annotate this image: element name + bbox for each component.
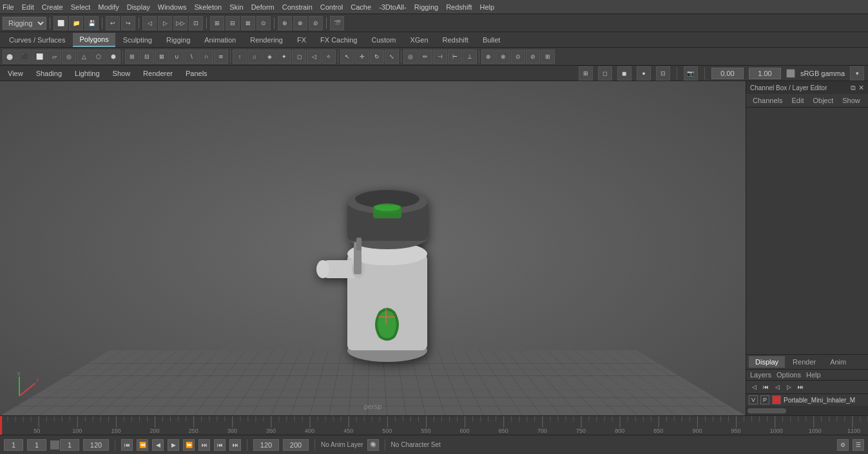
vp-renderer-btn[interactable]: Renderer xyxy=(139,68,177,79)
snap-icon-2[interactable]: ⊗ xyxy=(293,16,307,30)
wedge-icon[interactable]: ◁ xyxy=(307,50,321,64)
sym-icon[interactable]: ⊥ xyxy=(463,50,477,64)
end-frame-input[interactable] xyxy=(83,439,109,451)
vp-cam-icon[interactable]: 📷 xyxy=(684,66,698,80)
layers-nav-options[interactable]: Options xyxy=(776,371,801,379)
tab-object[interactable]: Object xyxy=(809,95,837,106)
tab-sculpting[interactable]: Sculpting xyxy=(117,33,159,47)
tab-polygons[interactable]: Polygons xyxy=(73,33,115,47)
playback-loop-btn[interactable]: ⏮ xyxy=(214,439,226,451)
bridge-icon[interactable]: ⌂ xyxy=(247,50,262,64)
mirror-icon[interactable]: ⊣ xyxy=(433,50,447,64)
current-frame-input1[interactable] xyxy=(27,439,46,451)
tb-icon-4[interactable]: ◁ xyxy=(142,16,157,30)
menu-skeleton[interactable]: Skeleton xyxy=(194,3,222,11)
tab-anim[interactable]: Anim xyxy=(824,356,853,368)
poly-torus-icon[interactable]: ◎ xyxy=(62,50,76,64)
smooth-icon[interactable]: ≋ xyxy=(214,50,228,64)
tab-fx-caching[interactable]: FX Caching xyxy=(314,33,363,47)
tb-icon-5[interactable]: ▷ xyxy=(158,16,172,30)
tb-icon-7[interactable]: ⊡ xyxy=(189,16,203,30)
move-icon[interactable]: ✛ xyxy=(355,50,369,64)
combine-icon[interactable]: ⊞ xyxy=(125,50,139,64)
select-icon[interactable]: ↖ xyxy=(340,50,354,64)
start-frame-input[interactable] xyxy=(4,439,23,451)
fill-hole-icon[interactable]: ◻ xyxy=(292,50,306,64)
tab-curves-surfaces[interactable]: Curves / Surfaces xyxy=(3,33,72,47)
playback-play-btn[interactable]: ▶ xyxy=(168,439,179,451)
vp-color-icon[interactable] xyxy=(786,69,795,78)
tb-icon-1[interactable]: ⬜ xyxy=(53,16,68,30)
prefs-icon[interactable]: ☰ xyxy=(853,439,864,451)
poly-plane-icon[interactable]: ▱ xyxy=(47,50,61,64)
menu-cache[interactable]: Cache xyxy=(351,3,371,11)
mode-dropdown[interactable]: Rigging xyxy=(3,17,46,30)
separate-icon[interactable]: ⊟ xyxy=(140,50,154,64)
layer-fwd-icon[interactable]: ▷ xyxy=(784,382,794,392)
snap2-icon[interactable]: ⊗ xyxy=(496,50,510,64)
snap1-icon[interactable]: ⊕ xyxy=(481,50,496,64)
bool-union-icon[interactable]: ∪ xyxy=(169,50,184,64)
panel-float-icon[interactable]: ⧉ xyxy=(851,84,856,92)
layer-color-swatch[interactable] xyxy=(772,395,781,404)
tab-rigging[interactable]: Rigging xyxy=(160,33,197,47)
tab-custom[interactable]: Custom xyxy=(365,33,403,47)
tab-channels[interactable]: Channels xyxy=(749,95,786,106)
vp-solid-icon[interactable]: ◼ xyxy=(617,66,632,80)
right-panel-scrollbar-thumb[interactable] xyxy=(747,408,786,413)
tb-icon-9[interactable]: ⊟ xyxy=(226,16,240,30)
menu-control[interactable]: Control xyxy=(320,3,343,11)
tab-redshift[interactable]: Redshift xyxy=(436,33,475,47)
undo-icon[interactable]: ↩ xyxy=(106,16,120,30)
tb-icon-6[interactable]: ▷▷ xyxy=(173,16,188,30)
layer-end-icon[interactable]: ⏭ xyxy=(795,382,805,392)
menu-display[interactable]: Display xyxy=(127,3,150,11)
vp-colorspace-dropdown[interactable]: ▾ xyxy=(850,66,864,80)
vp-shade-icon[interactable]: ● xyxy=(637,66,651,80)
paint-icon[interactable]: ✏ xyxy=(418,50,432,64)
playback-back-btn[interactable]: ◀ xyxy=(152,439,164,451)
menu-select[interactable]: Select xyxy=(71,3,91,11)
layer-back-icon[interactable]: ◁ xyxy=(772,382,782,392)
layers-nav-layers[interactable]: Layers xyxy=(750,371,771,379)
poke-icon[interactable]: ✧ xyxy=(322,50,336,64)
tab-edit[interactable]: Edit xyxy=(787,95,807,106)
playback-last-btn[interactable]: ⏭ xyxy=(229,439,241,451)
scale-icon[interactable]: ⤡ xyxy=(385,50,399,64)
tb-icon-2[interactable]: 📁 xyxy=(69,16,83,30)
menu-file[interactable]: File xyxy=(3,3,14,11)
vp-val2-input[interactable] xyxy=(749,68,781,79)
merge-icon[interactable]: ✦ xyxy=(277,50,291,64)
menu-redshift[interactable]: Redshift xyxy=(446,3,472,11)
snap3-icon[interactable]: ⊙ xyxy=(511,50,525,64)
extrude-icon[interactable]: ↑ xyxy=(233,50,247,64)
timeline[interactable] xyxy=(0,415,868,435)
tab-fx[interactable]: FX xyxy=(291,33,313,47)
tab-display[interactable]: Display xyxy=(749,356,785,368)
menu-windows[interactable]: Windows xyxy=(158,3,187,11)
tab-show[interactable]: Show xyxy=(838,95,864,106)
vp-view-btn[interactable]: View xyxy=(4,68,27,79)
tb-icon-11[interactable]: ⊙ xyxy=(256,16,271,30)
menu-modify[interactable]: Modify xyxy=(98,3,119,11)
redo-icon[interactable]: ↪ xyxy=(121,16,135,30)
poly-cube-icon[interactable]: ⬛ xyxy=(17,50,32,64)
snap4-icon[interactable]: ⊘ xyxy=(526,50,540,64)
snap5-icon[interactable]: ⊞ xyxy=(541,50,555,64)
vp-tex-icon[interactable]: ⊡ xyxy=(656,66,670,80)
vp-grid-icon[interactable]: ⊞ xyxy=(579,66,593,80)
bevel-icon[interactable]: ◈ xyxy=(262,50,276,64)
total-frames-input[interactable] xyxy=(283,439,309,451)
playback-prev-btn[interactable]: ⏪ xyxy=(137,439,148,451)
layers-nav-help[interactable]: Help xyxy=(806,371,821,379)
snap-icon-3[interactable]: ⊘ xyxy=(309,16,323,30)
poly-disk-icon[interactable]: ⬡ xyxy=(92,50,106,64)
vp-wire-icon[interactable]: ◻ xyxy=(598,66,612,80)
frame-field[interactable] xyxy=(60,439,79,451)
rotate-icon[interactable]: ↻ xyxy=(370,50,384,64)
tab-rendering[interactable]: Rendering xyxy=(244,33,289,47)
render-icon[interactable]: 🎬 xyxy=(330,16,344,30)
menu-constrain[interactable]: Constrain xyxy=(282,3,313,11)
menu-3dto[interactable]: -3DtoAll- xyxy=(379,3,407,11)
extract-icon[interactable]: ⊠ xyxy=(155,50,169,64)
